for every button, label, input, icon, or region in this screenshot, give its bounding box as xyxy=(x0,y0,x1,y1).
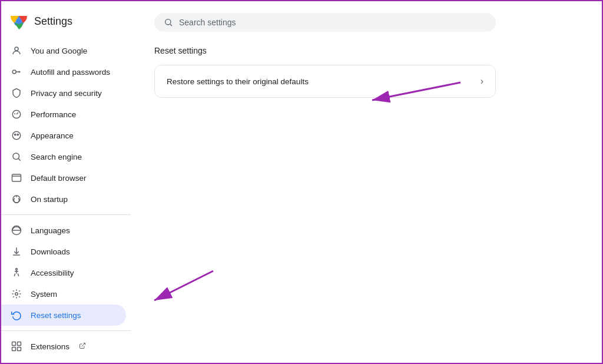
sidebar-item-extensions[interactable]: Extensions xyxy=(1,336,126,357)
sidebar-item-about-chrome[interactable]: About Chrome xyxy=(1,357,126,364)
reset-icon xyxy=(11,309,22,321)
svg-point-7 xyxy=(12,131,21,140)
svg-point-8 xyxy=(15,134,16,135)
nav-divider-1 xyxy=(1,214,131,215)
sidebar-header: Settings xyxy=(1,7,131,40)
sidebar-label-autofill: Autofill and passwords xyxy=(31,68,110,77)
svg-line-28 xyxy=(170,24,172,26)
browser-icon xyxy=(11,172,22,184)
sidebar-item-autofill[interactable]: Autofill and passwords xyxy=(1,61,126,82)
sidebar-item-languages[interactable]: Languages xyxy=(1,220,126,241)
sidebar-nav: You and Google Autofill and passwords xyxy=(1,40,131,364)
svg-point-9 xyxy=(17,134,18,135)
sidebar-label-privacy: Privacy and security xyxy=(31,89,102,98)
section-title: Reset settings xyxy=(154,46,578,55)
sidebar-label-languages: Languages xyxy=(31,226,70,235)
shield-icon xyxy=(11,87,22,99)
restore-settings-arrow-icon: › xyxy=(481,76,483,87)
svg-rect-22 xyxy=(18,348,21,351)
svg-point-3 xyxy=(16,18,22,24)
key-icon xyxy=(11,66,22,78)
sidebar-item-downloads[interactable]: Downloads xyxy=(1,241,126,262)
app-title: Settings xyxy=(34,15,72,28)
sidebar-item-accessibility[interactable]: Accessibility xyxy=(1,262,126,283)
sidebar-label-extensions: Extensions xyxy=(31,342,69,351)
svg-line-11 xyxy=(18,158,20,160)
svg-point-16 xyxy=(16,269,18,270)
nav-divider-2 xyxy=(1,330,131,331)
sidebar: Settings You and Google Autofil xyxy=(1,1,131,364)
svg-point-27 xyxy=(165,19,171,25)
extensions-icon xyxy=(11,340,22,352)
svg-rect-19 xyxy=(12,342,16,346)
power-icon xyxy=(11,193,22,205)
svg-rect-12 xyxy=(12,174,21,181)
svg-point-5 xyxy=(12,70,16,74)
sidebar-item-system[interactable]: System xyxy=(1,283,126,305)
restore-settings-label: Restore settings to their original defau… xyxy=(167,77,309,86)
sidebar-label-reset-settings: Reset settings xyxy=(31,311,81,320)
sidebar-label-appearance: Appearance xyxy=(31,131,74,140)
sidebar-item-default-browser[interactable]: Default browser xyxy=(1,167,126,188)
sidebar-label-performance: Performance xyxy=(31,110,76,119)
sidebar-label-search-engine: Search engine xyxy=(31,153,82,161)
external-link-icon xyxy=(79,342,86,351)
download-icon xyxy=(11,246,22,257)
accessibility-icon xyxy=(11,267,22,279)
sidebar-item-performance[interactable]: Performance xyxy=(1,104,126,125)
palette-icon xyxy=(11,130,22,141)
sidebar-item-on-startup[interactable]: On startup xyxy=(1,188,126,210)
svg-line-23 xyxy=(82,343,85,346)
sidebar-label-on-startup: On startup xyxy=(31,195,68,204)
speedometer-icon xyxy=(11,108,22,120)
info-icon xyxy=(11,362,22,364)
sidebar-label-default-browser: Default browser xyxy=(31,174,87,183)
sidebar-item-search-engine[interactable]: Search engine xyxy=(1,146,126,167)
sidebar-label-system: System xyxy=(31,290,57,299)
sidebar-label-downloads: Downloads xyxy=(31,247,70,256)
restore-settings-row[interactable]: Restore settings to their original defau… xyxy=(155,65,495,97)
search-bar xyxy=(154,13,496,32)
main-content: Reset settings Restore settings to their… xyxy=(131,1,602,364)
sidebar-item-appearance[interactable]: Appearance xyxy=(1,125,126,146)
sidebar-item-privacy[interactable]: Privacy and security xyxy=(1,82,126,104)
svg-rect-21 xyxy=(12,348,16,351)
search-icon xyxy=(11,151,22,163)
languages-icon xyxy=(11,224,22,236)
svg-point-18 xyxy=(15,293,18,296)
sidebar-label-accessibility: Accessibility xyxy=(31,269,74,277)
annotation-container: Restore settings to their original defau… xyxy=(154,65,496,98)
sidebar-item-you-and-google[interactable]: You and Google xyxy=(1,40,126,61)
settings-card: Restore settings to their original defau… xyxy=(154,65,496,98)
search-bar-container xyxy=(154,13,578,32)
svg-point-4 xyxy=(15,47,18,51)
system-icon xyxy=(11,288,22,300)
search-input[interactable] xyxy=(179,18,486,27)
person-icon xyxy=(11,45,22,57)
search-bar-icon xyxy=(164,18,173,27)
sidebar-label-you-and-google: You and Google xyxy=(31,47,87,55)
sidebar-item-reset-settings[interactable]: Reset settings xyxy=(1,305,126,326)
svg-point-10 xyxy=(13,153,19,160)
svg-rect-20 xyxy=(18,342,21,346)
chrome-logo-icon xyxy=(11,13,27,29)
